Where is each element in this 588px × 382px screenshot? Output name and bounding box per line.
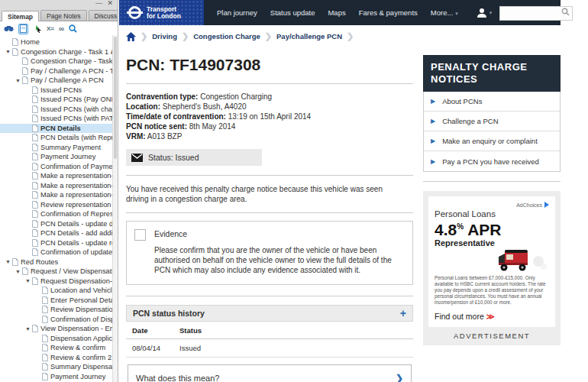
expander-triangle-icon[interactable]: ▼ <box>4 49 12 54</box>
sidebar-link-label: Challenge a PCN <box>442 117 498 125</box>
breadcrumb-link[interactable]: Pay/challenge PCN <box>276 32 342 40</box>
table-row: 08/04/14 Issued <box>126 339 413 358</box>
search-icon[interactable] <box>561 8 570 16</box>
page-icon <box>32 191 38 199</box>
binoculars-icon[interactable] <box>4 24 14 34</box>
sitemap-tree-item[interactable]: ▼ Enter Personal Details <box>0 296 118 306</box>
sitemap-tree-item[interactable]: ▼ PCN Details - add additional info <box>0 228 118 238</box>
sitemap-tree-item[interactable]: ▼ Confirmation of Payment <box>0 162 118 172</box>
tree-item-label: Issued PCNs (Pay ONLY) <box>40 96 118 103</box>
pcn-history-accordion-header[interactable]: PCN status history + <box>126 305 413 322</box>
sitemap-tree-item[interactable]: ▼ PCN Details <box>0 124 118 134</box>
sitemap-tree-item[interactable]: ▼ Pay / Challenge A PCN <box>0 76 118 86</box>
page-icon <box>42 354 48 361</box>
nav-item[interactable]: Fares & payments <box>359 8 418 17</box>
sitemap-tree-item[interactable]: ▼ Red Routes <box>0 257 118 267</box>
sitemap-tree-item[interactable]: ▼ Location and Vehicle(s) For Di <box>0 286 118 296</box>
user-icon <box>477 8 487 18</box>
panel-scrollbar[interactable] <box>112 35 118 382</box>
pcn-detail-line: Time/date of contravention: 13:19 on 15t… <box>126 112 413 121</box>
sitemap-tree-item[interactable]: ▼ Confirmation of Dispensation A <box>0 315 118 325</box>
adchoices[interactable]: AdChoices <box>435 202 549 208</box>
sitemap-tree-item[interactable]: ▼ PCN Details (with Representation <box>0 133 118 143</box>
sitemap-tree-item[interactable]: ▼ Make a representation- person de <box>0 190 118 200</box>
sidebar-link[interactable]: ▶ Make an enquiry or complaint <box>424 131 560 151</box>
breadcrumb-item: Driving ❯ <box>152 31 189 41</box>
adchoices-label: AdChoices <box>516 202 542 208</box>
sitemap-tree-item[interactable]: ▼ Confirmation of Representation re <box>0 209 118 219</box>
expander-triangle-icon[interactable]: ▼ <box>4 259 12 264</box>
sitemap-tree-item[interactable]: ▼ Make a representation- descriptio <box>0 171 118 181</box>
breadcrumb-link[interactable]: Congestion Charge <box>193 32 260 40</box>
expander-triangle-icon[interactable]: ▼ <box>24 326 32 332</box>
sitemap-tree-item[interactable]: ▼ Congestion Charge - Task 3 <box>0 57 118 66</box>
page-icon <box>12 38 18 46</box>
sitemap-tree-item[interactable]: ▼ Request Dispensation- Reason & <box>0 277 118 286</box>
sitemap-tree-item[interactable]: ▼ Payment Journey <box>0 372 118 382</box>
sidebar-link[interactable]: ▶ Pay a PCN you have received <box>424 151 560 171</box>
sitemap-tree-item[interactable]: ▼ Issued PCNs (with challenged list <box>0 105 118 115</box>
sitemap-tree-item[interactable]: ▼ Issued PCNs (Pay ONLY) <box>0 95 118 105</box>
sitemap-tree-item[interactable]: ▼ Dispensation Applications List <box>0 334 118 344</box>
page-icon <box>32 153 38 160</box>
search-icon[interactable] <box>69 24 77 34</box>
tree-item-label: Summary Payment <box>40 144 101 151</box>
variables-icon[interactable]: X= <box>47 24 54 34</box>
sitemap-tree-item[interactable]: ▼ Review & confirm <box>0 343 118 353</box>
home-icon[interactable] <box>126 32 136 41</box>
page-icon <box>32 277 38 285</box>
close-icon[interactable]: ✕ <box>107 0 115 7</box>
sitemap-tree-item[interactable]: ▼ Request / View Dispensation <box>0 267 118 277</box>
scrollbar-thumb[interactable] <box>114 37 117 159</box>
panel-tab[interactable]: Discuss <box>89 10 119 21</box>
breadcrumb-link[interactable]: Driving <box>152 32 177 40</box>
tfl-logo[interactable]: Transportfor London <box>119 0 204 25</box>
tree-item-label: Enter Personal Details <box>50 296 118 304</box>
advert[interactable]: AdChoices Personal Loans 4.8% APR Repres… <box>428 196 555 327</box>
sidebar-link[interactable]: ▶ Challenge a PCN <box>424 112 560 131</box>
sitemap-tree-item[interactable]: ▼ Home <box>0 37 118 47</box>
account-menu[interactable]: ▾ <box>477 8 493 18</box>
sitemap-tree-item[interactable]: ▼ Summary Payment <box>0 143 118 153</box>
links-icon[interactable]: ∞ <box>59 24 64 34</box>
panel-tab[interactable]: Page Notes <box>40 10 86 21</box>
sitemap-tree-item[interactable]: ▼ Review & confirm 2 <box>0 353 118 363</box>
tree-item-label: Confirmation of Representation re <box>40 210 118 218</box>
sitemap-tree: ▼ Home ▼ Congestion Charge - Task 1 & 2 … <box>0 36 118 381</box>
nav-item[interactable]: Status update <box>270 8 315 17</box>
expander-triangle-icon[interactable]: ▼ <box>14 269 22 274</box>
expand-plus-icon[interactable]: + <box>400 307 406 319</box>
sidebar-links: ▶ About PCNs ▶ Challenge a PCN ▶ Make an… <box>423 92 561 172</box>
select-arrow-icon[interactable] <box>33 24 42 34</box>
nav-item-more[interactable]: More...▾ <box>431 8 458 17</box>
tree-item-label: PCN Details <box>40 125 81 132</box>
minimize-icon[interactable]: — <box>95 0 104 7</box>
sitemap-tree-item[interactable]: ▼ PCN Details - update review <box>0 238 118 248</box>
sitemap-tree-item[interactable]: ▼ Congestion Charge - Task 1 & 2 <box>0 47 118 57</box>
sitemap-tree-item[interactable]: ▼ Confirmation of updated Represe <box>0 248 118 257</box>
sitemap-tree-item[interactable]: ▼ View Dispensation - Enter Details <box>0 324 118 334</box>
sitemap-tree-item[interactable]: ▼ Pay / Challenge A PCN - Task 3 <box>0 66 118 76</box>
page-icon <box>32 239 38 247</box>
sidebar-title: PENALTY CHARGE NOTICES <box>423 55 561 92</box>
nav-item[interactable]: Maps <box>328 8 345 17</box>
main-column: PCN: TF14907308 Contravention type: Cong… <box>126 47 413 382</box>
ad-cta-link[interactable]: Find out more ≫ <box>435 312 549 321</box>
sitemap-tree-item[interactable]: ▼ PCN Details - update details <box>0 219 118 229</box>
sitemap-tree-item[interactable]: ▼ Review representation <box>0 200 118 210</box>
expander-triangle-icon[interactable]: ▼ <box>24 278 32 283</box>
sitemap-tree-item[interactable]: ▼ Review Dispensation Applicati <box>0 305 118 315</box>
evidence-checkbox[interactable] <box>134 229 146 241</box>
sidebar-link[interactable]: ▶ About PCNs <box>424 92 560 112</box>
sitemap-tree-item[interactable]: ▼ Issued PCNs <box>0 86 118 96</box>
tree-item-label: Pay / Challenge A PCN <box>31 76 104 84</box>
sitemap-tree-item[interactable]: ▼ Summary Dispensation Payme <box>0 362 118 372</box>
sitemap-tree-item[interactable]: ▼ Payment Journey <box>0 152 118 162</box>
what-does-this-mean-button[interactable]: What does this mean? ❯ <box>128 364 412 382</box>
sitemap-tree-item[interactable]: ▼ Issued PCNs (with PATAS awarde <box>0 114 118 124</box>
nav-item[interactable]: Plan journey <box>217 8 257 17</box>
panel-tab[interactable]: Sitemap <box>2 11 39 21</box>
sitemap-tree-item[interactable]: ▼ Make a representation- reason <box>0 181 118 191</box>
page-view-icon[interactable] <box>18 24 28 34</box>
expander-triangle-icon[interactable]: ▼ <box>14 78 22 83</box>
